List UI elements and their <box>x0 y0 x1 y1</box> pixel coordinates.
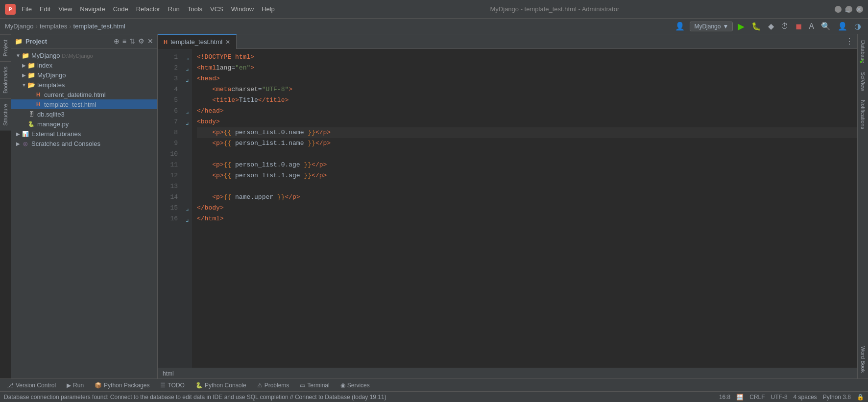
tree-item-current-datetime[interactable]: H current_datetime.html <box>11 90 157 99</box>
tree-item-template-test[interactable]: H template_test.html <box>11 99 157 109</box>
tree-item-external-libraries[interactable]: ▶ 📊 External Libraries <box>11 129 157 139</box>
profile-button[interactable]: ⏱ <box>779 21 791 32</box>
problems-icon: ⚠ <box>257 382 263 389</box>
tree-label: db.sqlite3 <box>37 111 65 118</box>
file-type-bar: html <box>158 368 857 378</box>
breadcrumb-templates[interactable]: templates <box>40 23 67 30</box>
coverage-button[interactable]: ◆ <box>766 21 776 32</box>
external-libraries-icon: 📊 <box>22 130 29 138</box>
tab-bar: H template_test.html ✕ ⋮ <box>158 34 857 49</box>
version-control-icon: ⎇ <box>7 382 14 389</box>
close-button[interactable]: ✕ <box>856 6 863 13</box>
tree-label: index <box>37 62 52 69</box>
tree-item-scratches[interactable]: ▶ ◎ Scratches and Consoles <box>11 139 157 148</box>
right-panel: Database SciView Notifications Word Book… <box>857 34 868 378</box>
tree-item-templates[interactable]: ▼ 📂 templates <box>11 80 157 90</box>
tab-template-test[interactable]: H template_test.html ✕ <box>158 34 237 49</box>
tree-label: MyDjango D:\MyDjango <box>31 52 93 59</box>
run-configuration[interactable]: MyDjango ▼ <box>690 22 733 31</box>
menu-view[interactable]: View <box>58 5 72 13</box>
collapse-all-icon[interactable]: ≡ <box>122 37 126 45</box>
menu-edit[interactable]: Edit <box>40 5 50 13</box>
bookmarks-panel-label[interactable]: Bookmarks <box>0 61 11 98</box>
editor-area: H template_test.html ✕ ⋮ 12345 678910 11… <box>158 34 857 378</box>
gutter-item-7: ⌟ <box>182 117 192 127</box>
project-panel-label[interactable]: Project <box>0 34 11 61</box>
tree-label: External Libraries <box>31 130 81 138</box>
todo-icon: ☰ <box>160 382 166 389</box>
minimize-button[interactable]: — <box>835 6 842 13</box>
tree-label: Scratches and Consoles <box>31 140 100 147</box>
indent[interactable]: 4 spaces <box>794 394 817 401</box>
file-tree: ▼ 📁 MyDjango D:\MyDjango ▶ 📁 index ▶ 📁 M… <box>11 48 157 378</box>
menu-vcs[interactable]: VCS <box>210 5 223 13</box>
add-module-icon[interactable]: ⊕ <box>114 37 120 45</box>
bottom-tab-problems[interactable]: ⚠ Problems <box>252 380 294 390</box>
translate-button[interactable]: A <box>807 21 816 32</box>
tabs-menu-button[interactable]: ⋮ <box>842 37 857 46</box>
run-config-dropdown-icon: ▼ <box>723 23 728 30</box>
debug-button[interactable]: 🐛 <box>749 21 763 32</box>
py-file-icon: 🐍 <box>27 120 35 128</box>
menu-run[interactable]: Run <box>168 5 180 13</box>
bottom-tab-python-packages[interactable]: 📦 Python Packages <box>90 380 154 390</box>
settings-icon[interactable]: ◑ <box>852 21 863 32</box>
gear-icon[interactable]: ⚙ <box>138 37 145 45</box>
menu-navigate[interactable]: Navigate <box>80 5 105 13</box>
breadcrumb-mydjango[interactable]: MyDjango <box>5 23 34 30</box>
tree-item-manage[interactable]: 🐍 manage.py <box>11 119 157 129</box>
bottom-tab-terminal[interactable]: ▭ Terminal <box>295 380 334 390</box>
svg-text:P: P <box>9 7 12 12</box>
folder-icon: 📁 <box>27 61 35 69</box>
tree-item-index[interactable]: ▶ 📁 index <box>11 60 157 70</box>
code-line-2: <html lang="en"> <box>197 63 857 73</box>
stop-button[interactable]: ◼ <box>794 21 804 32</box>
bottom-tab-run[interactable]: ▶ Run <box>62 380 89 390</box>
tree-item-db[interactable]: 🗄 db.sqlite3 <box>11 109 157 119</box>
code-content[interactable]: <!DOCTYPE html> <html lang="en"> <head> … <box>192 49 857 368</box>
close-sidebar-icon[interactable]: ✕ <box>147 37 153 45</box>
structure-panel-label[interactable]: Structure <box>0 98 11 131</box>
cursor-position[interactable]: 16:8 <box>719 394 730 401</box>
sidebar-title: Project <box>25 38 47 45</box>
user-icon[interactable]: 👤 <box>673 21 687 32</box>
code-line-3: <head> <box>197 73 857 84</box>
menu-code[interactable]: Code <box>113 5 128 13</box>
menu-help[interactable]: Help <box>262 5 275 13</box>
gutter-item-8 <box>182 127 192 138</box>
app-logo: P <box>5 4 16 15</box>
notifications-panel-btn[interactable]: Notifications <box>859 96 867 133</box>
sciview-panel-btn[interactable]: SciView <box>859 68 867 95</box>
tree-item-mydjango[interactable]: ▼ 📁 MyDjango D:\MyDjango <box>11 50 157 60</box>
folder-icon: 📁 <box>22 51 29 59</box>
bottom-bar: ⎇ Version Control ▶ Run 📦 Python Package… <box>0 378 868 391</box>
maximize-button[interactable]: □ <box>845 6 852 13</box>
menu-tools[interactable]: Tools <box>188 5 202 13</box>
services-icon: ◉ <box>340 382 345 389</box>
sort-icon[interactable]: ⇅ <box>129 37 135 45</box>
run-button[interactable]: ▶ <box>736 20 747 33</box>
menu-file[interactable]: File <box>22 5 32 13</box>
line-numbers: 12345 678910 1112131415 16 <box>158 49 182 368</box>
check-mark-icon: ✓ <box>859 56 865 66</box>
search-button[interactable]: 🔍 <box>819 21 833 32</box>
word-book-panel-btn[interactable]: Word Book <box>859 342 867 377</box>
tree-item-mydjango-sub[interactable]: ▶ 📁 MyDjango <box>11 70 157 80</box>
bottom-tab-version-control[interactable]: ⎇ Version Control <box>2 380 61 390</box>
encoding[interactable]: UTF-8 <box>771 394 788 401</box>
code-line-5: <title>Title</title> <box>197 95 857 106</box>
html-file-icon: H <box>34 100 42 108</box>
tree-arrow <box>27 101 34 108</box>
user-icon2[interactable]: 👤 <box>836 21 849 32</box>
breadcrumb-file[interactable]: template_test.html <box>73 23 125 30</box>
bottom-tab-python-console[interactable]: 🐍 Python Console <box>191 380 251 390</box>
bottom-tab-services[interactable]: ◉ Services <box>336 380 375 390</box>
gutter-item-15: ⌟ <box>182 203 192 213</box>
python-version[interactable]: Python 3.8 <box>823 394 851 401</box>
gutter-item-9 <box>182 138 192 149</box>
menu-window[interactable]: Window <box>231 5 254 13</box>
menu-refactor[interactable]: Refactor <box>136 5 160 13</box>
tab-close-button[interactable]: ✕ <box>225 39 230 46</box>
line-separator[interactable]: CRLF <box>749 394 765 401</box>
bottom-tab-todo[interactable]: ☰ TODO <box>155 380 189 390</box>
